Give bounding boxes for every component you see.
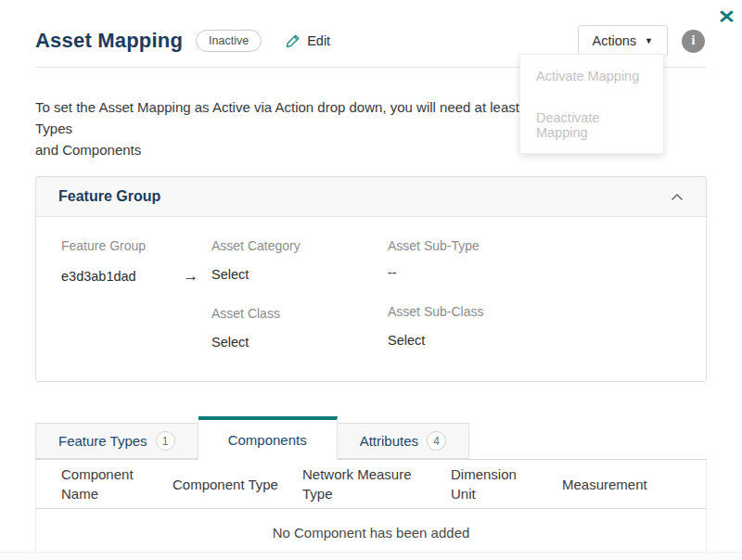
- asset-mapping-modal: ✕ Asset Mapping Inactive Edit Actions ▼ …: [0, 0, 742, 560]
- actions-dropdown-menu: Activate Mapping Deactivate Mapping: [519, 54, 664, 154]
- feature-group-panel-header[interactable]: Feature Group: [36, 177, 706, 217]
- asset-class-select[interactable]: Select: [211, 335, 388, 350]
- column-header-dimension-unit: Dimension Unit: [440, 465, 551, 503]
- menu-item-activate-mapping[interactable]: Activate Mapping: [520, 55, 663, 96]
- feature-group-field: Feature Group e3d3ab1dad →: [61, 238, 211, 286]
- asset-class-label: Asset Class: [211, 306, 388, 321]
- arrow-right-icon: →: [183, 267, 198, 286]
- feature-group-label: Feature Group: [61, 238, 211, 253]
- asset-sub-type-label: Asset Sub-Type: [388, 238, 681, 253]
- actions-dropdown-button[interactable]: Actions ▼: [578, 25, 668, 57]
- feature-group-panel: Feature Group Feature Group e3d3ab1dad →: [35, 176, 707, 382]
- pencil-icon: [286, 33, 307, 48]
- asset-sub-type-value: --: [388, 265, 681, 280]
- components-table-header: Component Name Component Type Network Me…: [36, 460, 706, 509]
- tab-attributes-label: Attributes: [360, 433, 418, 449]
- feature-group-panel-body: Feature Group e3d3ab1dad → Asset Categor…: [36, 217, 706, 381]
- asset-sub-class-select[interactable]: Select: [388, 333, 681, 348]
- edit-button[interactable]: Edit: [286, 33, 330, 48]
- tab-attributes[interactable]: Attributes 4: [338, 423, 469, 459]
- asset-category-select[interactable]: Select: [211, 267, 388, 282]
- description-part1: To set the Asset Mapping as Active via A…: [35, 99, 531, 115]
- modal-header: Asset Mapping Inactive Edit Actions ▼ i: [0, 0, 742, 57]
- status-badge: Inactive: [196, 30, 262, 52]
- feature-group-panel-title: Feature Group: [58, 188, 160, 205]
- tab-components[interactable]: Components: [198, 416, 338, 460]
- tab-components-label: Components: [228, 432, 307, 448]
- chevron-down-icon: ▼: [645, 36, 653, 45]
- column-header-component-name: Component Name: [36, 465, 161, 503]
- page-title: Asset Mapping: [35, 29, 183, 53]
- feature-group-value: e3d3ab1dad: [61, 269, 136, 284]
- asset-sub-class-field: Asset Sub-Class Select: [388, 304, 681, 348]
- asset-sub-type-field: Asset Sub-Type --: [388, 238, 681, 280]
- asset-class-field: Asset Class Select: [211, 306, 388, 350]
- description-part2: Types: [35, 121, 72, 136]
- chevron-up-icon[interactable]: [671, 193, 684, 201]
- info-icon[interactable]: i: [682, 30, 705, 53]
- actions-label: Actions: [593, 33, 637, 48]
- components-table: Component Name Component Type Network Me…: [35, 459, 707, 560]
- asset-category-field: Asset Category Select: [211, 238, 388, 282]
- asset-category-label: Asset Category: [211, 238, 388, 253]
- tab-feature-types[interactable]: Feature Types 1: [35, 423, 198, 459]
- tab-bar: Feature Types 1 Components Attributes 4: [35, 415, 707, 459]
- menu-item-deactivate-mapping[interactable]: Deactivate Mapping: [520, 96, 663, 153]
- asset-sub-class-label: Asset Sub-Class: [388, 304, 681, 319]
- tab-feature-types-count-badge: 1: [156, 431, 175, 451]
- page-background-strip: [0, 552, 742, 560]
- tab-feature-types-label: Feature Types: [58, 433, 147, 449]
- column-header-network-measure-type: Network Measure Type: [291, 465, 440, 503]
- column-header-component-type: Component Type: [161, 475, 291, 494]
- edit-label: Edit: [307, 33, 330, 48]
- empty-state-message: No Component has been added: [36, 509, 706, 541]
- column-header-measurement: Measurement: [551, 475, 706, 494]
- tab-attributes-count-badge: 4: [427, 431, 446, 451]
- close-icon[interactable]: ✕: [718, 7, 736, 26]
